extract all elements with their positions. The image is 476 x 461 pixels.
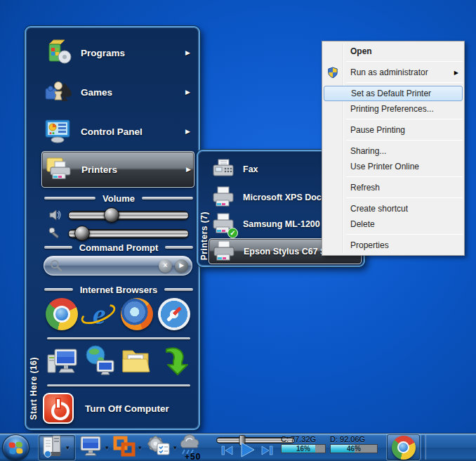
dropdown-arrow-icon[interactable]: ▾: [138, 444, 142, 451]
menu-item-games[interactable]: Games ▶: [43, 75, 193, 109]
context-menu-item-use-printer-online[interactable]: Use Printer Online: [322, 159, 464, 174]
uac-shield-icon: [327, 67, 338, 80]
disk-c-usage-bar: 16%: [281, 444, 326, 453]
header-rule: [142, 197, 193, 200]
slider-knob[interactable]: [104, 207, 119, 223]
turn-off-computer-item[interactable]: Turn Off Computer: [43, 390, 193, 427]
taskbar-office-toolbar-button[interactable]: ▾: [112, 435, 142, 460]
browser-icons-row: e: [43, 296, 193, 332]
context-menu-item-refresh[interactable]: Refresh: [322, 180, 464, 195]
context-menu-item-label: Refresh: [350, 183, 380, 193]
section-title: Command Prompt: [72, 242, 166, 253]
taskbar-chrome-button[interactable]: [387, 434, 420, 460]
programs-icon: [43, 37, 74, 68]
menu-separator: [346, 140, 463, 141]
media-next-button[interactable]: [261, 445, 274, 456]
start-menu-panel: Start Here (16) Programs ▶: [25, 26, 200, 430]
context-menu-item-label: Delete: [350, 219, 375, 229]
menu-item-label: Printers: [74, 164, 186, 175]
menu-item-programs[interactable]: Programs ▶: [43, 36, 193, 70]
context-menu-item-sharing[interactable]: Sharing...: [322, 143, 464, 159]
network-places-icon[interactable]: [83, 344, 117, 380]
clear-search-button[interactable]: ×: [159, 259, 172, 273]
context-menu-item-set-as-default-printer[interactable]: Set as Default Printer: [324, 86, 463, 101]
chevron-right-icon: ▶: [186, 166, 194, 173]
firefox-icon[interactable]: [121, 298, 153, 330]
taskbar-start-here-toolbar-button[interactable]: ▾: [39, 435, 75, 460]
context-menu-item-label: Set as Default Printer: [351, 89, 431, 98]
disk-d-usage-bar: 46%: [330, 444, 378, 453]
command-prompt-searchbox: × ▶: [44, 256, 192, 275]
divider-rule: [47, 384, 190, 387]
download-arrow-icon[interactable]: [157, 344, 190, 380]
context-menu-item-pause-printing[interactable]: Pause Printing: [322, 122, 464, 138]
header-rule: [165, 246, 193, 249]
disk-d-percent: 46%: [331, 445, 377, 453]
disk-c-label: C: 77.32G: [281, 435, 326, 443]
slider-knob[interactable]: [74, 226, 90, 241]
dropdown-arrow-icon[interactable]: ▾: [66, 444, 70, 451]
printer-icon: [210, 240, 238, 263]
printer-icon: [209, 186, 237, 209]
speaker-volume-slider[interactable]: [68, 211, 189, 220]
context-menu-item-delete[interactable]: Delete: [322, 216, 464, 232]
printer-context-menu: Open Run as administrator ▶ Set as Defau…: [322, 41, 465, 256]
context-menu-item-label: Open: [350, 46, 372, 56]
media-previous-button[interactable]: [220, 445, 233, 456]
context-menu-item-printing-preferences[interactable]: Printing Preferences...: [322, 101, 464, 117]
mic-volume-slider-row: [47, 224, 193, 242]
context-menu-item-label: Pause Printing: [350, 125, 405, 135]
weather-temperature-badge: +50: [185, 452, 201, 461]
context-menu-item-run-as-administrator[interactable]: Run as administrator ▶: [322, 65, 464, 80]
taskbar-divider-handle[interactable]: [423, 435, 426, 460]
my-computer-icon[interactable]: [46, 344, 79, 380]
run-command-button[interactable]: ▶: [175, 259, 188, 273]
start-button[interactable]: [2, 434, 29, 461]
context-menu-item-create-shortcut[interactable]: Create shortcut: [322, 201, 464, 216]
desktop: Start Here (16) Programs ▶: [0, 0, 476, 461]
taskbar-tasks-toolbar-button[interactable]: ▾: [146, 435, 177, 460]
media-play-button[interactable]: [239, 441, 256, 458]
pc-tower-icon: [41, 435, 64, 460]
documents-folder-icon[interactable]: [119, 344, 153, 380]
menu-separator: [346, 119, 463, 119]
printer-default-icon: ✓: [209, 213, 237, 235]
chevron-right-icon: ▶: [185, 49, 193, 56]
printers-submenu-vertical-label: Printers (7): [199, 212, 209, 260]
windows-logo-icon: [8, 441, 22, 454]
context-menu-item-properties[interactable]: Properties: [322, 238, 464, 253]
taskbar-computer-toolbar-button[interactable]: ▾: [79, 435, 109, 460]
menu-item-control-panel[interactable]: Control Panel ▶: [43, 115, 193, 148]
taskbar: ▾ ▾ ▾: [0, 433, 476, 461]
microphone-icon: [47, 226, 62, 240]
context-menu-item-label: Sharing...: [350, 146, 386, 156]
chrome-icon: [392, 436, 416, 460]
office-logo-icon: [112, 435, 136, 460]
browsers-section-header: Internet Browsers: [44, 283, 193, 296]
dropdown-arrow-icon[interactable]: ▾: [105, 444, 109, 451]
disk-c-percent: 16%: [282, 445, 325, 453]
command-prompt-search-input[interactable]: [67, 261, 156, 271]
search-icon: [50, 259, 62, 272]
menu-separator: [346, 197, 463, 198]
turn-off-label: Turn Off Computer: [74, 403, 169, 414]
disk-d-label: D: 92.06G: [330, 435, 378, 443]
chrome-icon[interactable]: [46, 298, 78, 330]
header-rule: [44, 197, 95, 200]
divider-rule: [47, 337, 190, 339]
volume-section-header: Volume: [44, 192, 193, 204]
context-menu-item-open[interactable]: Open: [322, 44, 464, 59]
internet-explorer-icon[interactable]: e: [83, 298, 115, 330]
mic-volume-slider[interactable]: [68, 229, 189, 238]
games-icon: [43, 77, 74, 108]
menu-separator: [346, 82, 463, 83]
speaker-volume-slider-row: [47, 206, 193, 224]
menu-item-printers[interactable]: Printers ▶: [41, 151, 194, 188]
menu-item-label: Programs: [74, 48, 185, 58]
context-menu-item-label: Run as administrator: [350, 67, 428, 77]
dropdown-arrow-icon[interactable]: ▾: [173, 444, 177, 451]
safari-icon[interactable]: [158, 298, 190, 330]
speaker-icon: [47, 208, 62, 222]
submenu-item-label: Fax: [237, 164, 258, 174]
menu-separator: [346, 176, 463, 177]
